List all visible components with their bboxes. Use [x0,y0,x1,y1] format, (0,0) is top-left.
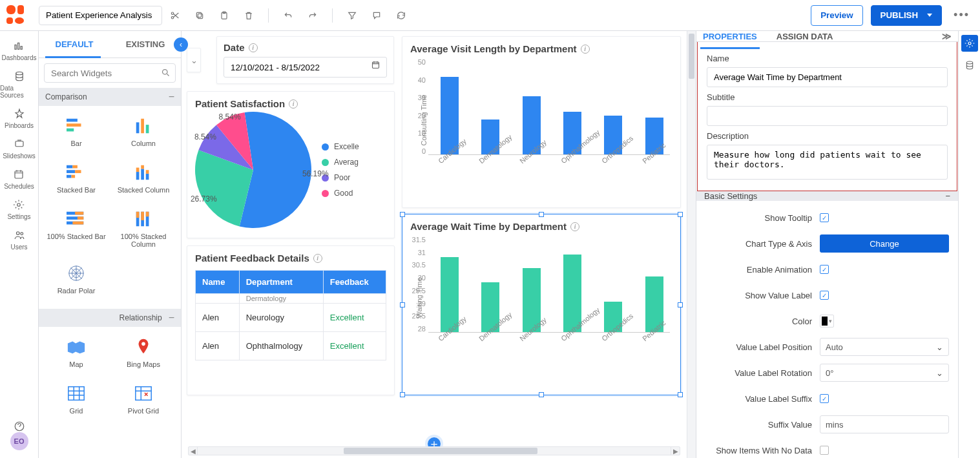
info-icon[interactable]: i [289,99,298,109]
nav-data-sources[interactable]: Data Sources [0,70,38,99]
prop-name-input[interactable] [707,67,948,87]
group-relationship[interactable]: Relationship− [39,309,181,327]
svg-point-53 [968,42,971,45]
dashboard-title-input[interactable] [39,6,162,25]
tab-properties[interactable]: PROPERTIES [703,32,757,41]
svg-rect-11 [15,171,23,178]
svg-point-13 [16,232,19,235]
delete-icon[interactable] [244,10,254,21]
svg-rect-20 [136,122,140,133]
canvas-hscroll[interactable]: ◀▶ [188,446,680,455]
prop-subtitle-input[interactable] [707,106,948,126]
collapse-props-icon[interactable]: ≫ [942,31,952,41]
widget-stacked-bar[interactable]: Stacked Bar [43,156,110,200]
chk-value-suffix[interactable]: ✓ [820,394,829,403]
publish-button[interactable]: PUBLISH [871,5,943,26]
info-icon[interactable]: i [570,222,579,231]
gear-icon[interactable] [961,35,978,52]
properties-panel: PROPERTIES ASSIGN DATA ≫ Name Subtitle D… [696,31,980,458]
svg-rect-40 [72,222,83,225]
svg-rect-42 [136,212,140,218]
svg-rect-26 [75,170,81,173]
paste-icon[interactable] [219,10,229,21]
chk-animation[interactable]: ✓ [820,265,829,274]
tab-assign-data[interactable]: ASSIGN DATA [777,32,833,41]
dashboard-canvas[interactable]: ⌄ Datei Patient Satisfactioni Excelle [182,31,687,458]
nav-pinboards[interactable]: Pinboards [5,108,34,129]
avg-wait-time-card[interactable]: Average Wait Time by Departmenti Waiting… [402,214,681,395]
table-row[interactable]: AlenNeurologyExcellent [196,304,386,332]
undo-icon[interactable] [283,10,293,21]
widget-search [44,63,176,83]
info-icon[interactable]: i [581,45,590,54]
section-basic-settings[interactable]: Basic Settings− [696,191,958,201]
pie-chart [195,112,311,228]
change-chart-type-button[interactable]: Change [820,234,949,253]
copy-icon[interactable] [194,10,205,21]
col-department[interactable]: Department [239,271,323,294]
database-icon[interactable] [961,57,978,74]
cut-icon[interactable] [170,10,180,21]
help-icon[interactable] [10,421,28,432]
color-swatch[interactable]: ▾ [820,315,834,328]
comment-icon[interactable] [371,10,382,21]
properties-highlighted: Name Subtitle Description Measure how lo… [697,42,957,191]
refresh-icon[interactable] [396,10,406,21]
widget-grid-tbl[interactable]: Grid [43,377,110,421]
redo-icon[interactable] [308,10,318,21]
col-feedback[interactable]: Feedback [323,271,386,294]
col-name[interactable]: Name [196,271,240,294]
nav-settings[interactable]: Settings [7,199,30,220]
widget-column[interactable]: Column [110,110,177,154]
svg-rect-18 [67,123,81,127]
nav-schedules[interactable]: Schedules [4,169,34,190]
more-icon[interactable]: ••• [950,8,974,22]
info-icon[interactable]: i [313,254,322,263]
nav-dashboards[interactable]: Dashboards [2,40,37,61]
table-row[interactable]: Dermatology [196,294,386,304]
collapse-panel-icon[interactable]: ‹ [174,37,188,52]
prop-description-input[interactable]: Measure how long did patients wait to se… [707,145,948,180]
widget-map[interactable]: Map [43,331,110,375]
widget-bar[interactable]: Bar [43,110,110,154]
select-value-position[interactable]: Auto⌄ [820,338,949,356]
date-range-input[interactable] [224,57,387,78]
widget-100-stacked-bar[interactable]: 100% Stacked Bar [43,203,110,255]
svg-rect-28 [72,175,76,178]
filter-icon[interactable] [347,10,357,21]
svg-rect-23 [67,165,72,169]
widget-radar-polar[interactable]: Radar Polar [43,257,110,301]
svg-rect-46 [146,212,149,217]
app-logo [6,5,27,26]
select-value-rotation[interactable]: 0°⌄ [820,364,949,382]
svg-point-12 [17,203,21,207]
info-icon[interactable]: i [249,43,258,52]
calendar-icon[interactable] [371,60,381,72]
table-row[interactable]: AlenOphthalmologyExcellent [196,332,386,360]
chk-tooltip[interactable]: ✓ [820,213,829,222]
nav-users[interactable]: Users [10,229,27,251]
svg-rect-25 [67,170,75,173]
widget-panel: DEFAULT EXISTING ‹ Comparison− Bar Colum… [39,31,182,458]
card-title: Average Wait Time by Department [410,221,567,232]
chk-show-value[interactable]: ✓ [820,291,829,300]
widget-pivot-grid[interactable]: Pivot Grid [110,377,177,421]
label-subtitle: Subtitle [707,92,948,102]
card-dropdown[interactable]: ⌄ [187,48,201,72]
tab-default[interactable]: DEFAULT [39,39,110,49]
chk-no-data[interactable] [820,446,829,455]
search-input[interactable] [44,63,176,83]
group-comparison[interactable]: Comparison− [39,88,181,106]
canvas-vscroll[interactable] [687,31,696,458]
tab-existing[interactable]: EXISTING [110,39,181,49]
preview-button[interactable]: Preview [811,5,862,26]
svg-rect-6 [15,45,16,50]
svg-rect-3 [196,12,201,17]
svg-rect-32 [141,165,144,169]
nav-slideshows[interactable]: Slideshows [3,138,36,160]
user-avatar[interactable]: EO [10,432,28,450]
widget-stacked-column[interactable]: Stacked Column [110,156,177,200]
input-suffix-value[interactable]: mins [820,415,949,433]
widget-100-stacked-column[interactable]: 100% Stacked Column [110,203,177,255]
widget-bing-maps[interactable]: Bing Maps [110,331,177,375]
